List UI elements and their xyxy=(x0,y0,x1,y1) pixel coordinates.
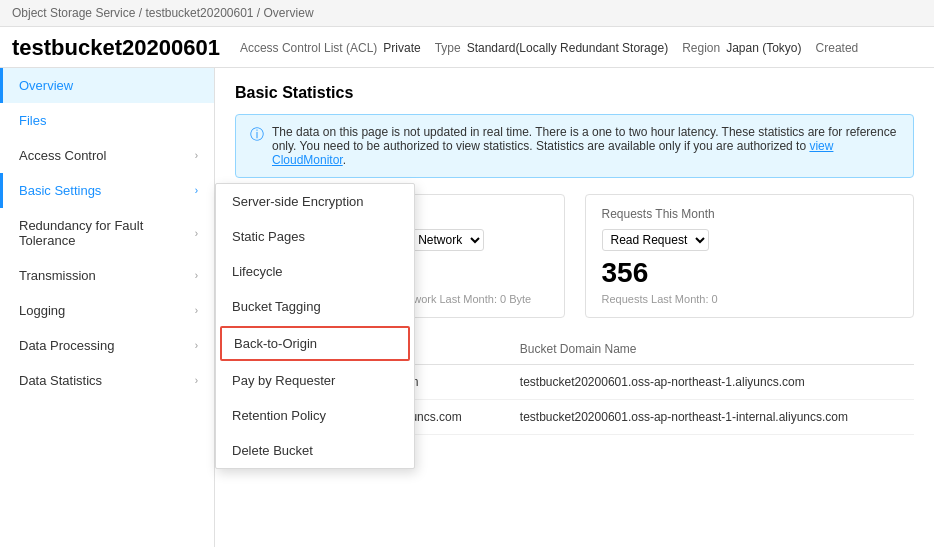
breadcrumb: Object Storage Service / testbucket20200… xyxy=(0,0,934,27)
chevron-icon-redundancy: › xyxy=(195,228,198,239)
sidebar-item-logging[interactable]: Logging › xyxy=(0,293,214,328)
dropdown-item-server-side-encryption[interactable]: Server-side Encryption xyxy=(216,184,414,219)
breadcrumb-part-2: testbucket20200601 xyxy=(145,6,253,20)
type-value: Standard(Locally Redundant Storage) xyxy=(467,41,668,55)
section-title: Basic Statistics xyxy=(235,84,914,102)
breadcrumb-part-3: Overview xyxy=(264,6,314,20)
cloudmonitor-link[interactable]: view CloudMonitor xyxy=(272,139,833,167)
sidebar-label-data-statistics: Data Statistics xyxy=(19,373,102,388)
main-layout: Overview Files Access Control › Basic Se… xyxy=(0,68,934,547)
sidebar-item-data-statistics[interactable]: Data Statistics › xyxy=(0,363,214,398)
breadcrumb-part-1: Object Storage Service xyxy=(12,6,135,20)
type-label: Type xyxy=(435,41,461,55)
sidebar-item-access-control[interactable]: Access Control › xyxy=(0,138,214,173)
domain-cell: testbucket20200601.oss-ap-northeast-1.al… xyxy=(510,365,914,400)
dropdown-item-bucket-tagging[interactable]: Bucket Tagging xyxy=(216,289,414,324)
dropdown-item-static-pages[interactable]: Static Pages xyxy=(216,219,414,254)
dropdown-item-back-to-origin[interactable]: Back-to-Origin xyxy=(220,326,410,361)
sidebar-item-basic-settings[interactable]: Basic Settings › xyxy=(0,173,214,208)
region-value: Japan (Tokyo) xyxy=(726,41,801,55)
sidebar-label-basic-settings: Basic Settings xyxy=(19,183,101,198)
requests-select[interactable]: Read Request xyxy=(602,229,709,251)
sidebar-label-overview: Overview xyxy=(19,78,73,93)
requests-card-title: Requests This Month xyxy=(602,207,898,221)
sidebar-item-files[interactable]: Files xyxy=(0,103,214,138)
page-title: testbucket20200601 xyxy=(12,35,220,61)
chevron-icon-basic-settings: › xyxy=(195,185,198,196)
chevron-icon-access-control: › xyxy=(195,150,198,161)
page-header: testbucket20200601 Access Control List (… xyxy=(0,27,934,68)
dropdown-item-lifecycle[interactable]: Lifecycle xyxy=(216,254,414,289)
chevron-icon-data-processing: › xyxy=(195,340,198,351)
header-meta: Access Control List (ACL) Private Type S… xyxy=(240,41,858,55)
sidebar: Overview Files Access Control › Basic Se… xyxy=(0,68,215,547)
basic-settings-dropdown: Server-side Encryption Static Pages Life… xyxy=(215,183,415,469)
sidebar-label-data-processing: Data Processing xyxy=(19,338,114,353)
sidebar-item-overview[interactable]: Overview xyxy=(0,68,214,103)
sidebar-link-files[interactable]: Files xyxy=(19,113,46,128)
acl-label: Access Control List (ACL) xyxy=(240,41,377,55)
acl-value: Private xyxy=(383,41,420,55)
sidebar-item-transmission[interactable]: Transmission › xyxy=(0,258,214,293)
sidebar-label-logging: Logging xyxy=(19,303,65,318)
domain-col-header: Bucket Domain Name xyxy=(510,334,914,365)
chevron-icon-logging: › xyxy=(195,305,198,316)
dropdown-item-retention-policy[interactable]: Retention Policy xyxy=(216,398,414,433)
dropdown-item-pay-by-requester[interactable]: Pay by Requester xyxy=(216,363,414,398)
chevron-icon-transmission: › xyxy=(195,270,198,281)
sidebar-label-access-control: Access Control xyxy=(19,148,106,163)
requests-sub: Requests Last Month: 0 xyxy=(602,293,898,305)
info-banner: ⓘ The data on this page is not updated i… xyxy=(235,114,914,178)
info-icon: ⓘ xyxy=(250,126,264,144)
requests-card: Requests This Month Read Request 356 Req… xyxy=(585,194,915,318)
dropdown-item-delete-bucket[interactable]: Delete Bucket xyxy=(216,433,414,468)
info-text: The data on this page is not updated in … xyxy=(272,125,899,167)
region-label: Region xyxy=(682,41,720,55)
created-label: Created xyxy=(816,41,859,55)
breadcrumb-sep-2: / xyxy=(257,6,264,20)
chevron-icon-data-statistics: › xyxy=(195,375,198,386)
sidebar-item-redundancy[interactable]: Redundancy for Fault Tolerance › xyxy=(0,208,214,258)
requests-value: 356 xyxy=(602,257,898,289)
sidebar-label-transmission: Transmission xyxy=(19,268,96,283)
sidebar-label-redundancy: Redundancy for Fault Tolerance xyxy=(19,218,195,248)
sidebar-item-data-processing[interactable]: Data Processing › xyxy=(0,328,214,363)
domain-cell: testbucket20200601.oss-ap-northeast-1-in… xyxy=(510,400,914,435)
